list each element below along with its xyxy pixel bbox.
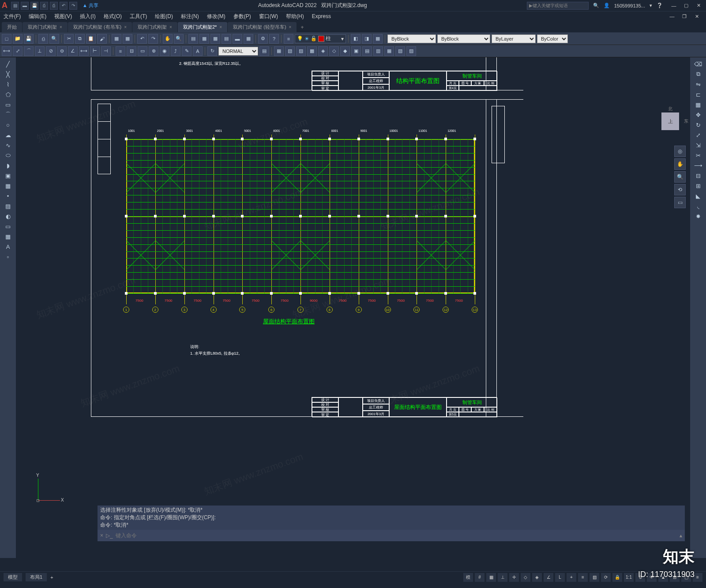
undo-icon[interactable]: ↶ [137,34,147,44]
dim-base-icon[interactable]: ⊢ [90,46,100,56]
dim-break-icon[interactable]: ⊟ [127,46,136,56]
dim-quick-icon[interactable]: ⟷ [79,46,89,56]
close-icon[interactable]: × [289,25,292,30]
fillet-icon[interactable]: ◟ [692,201,704,211]
layer-dropdown[interactable]: 💡 ☀ 🔓 柱 ▾ [295,34,346,43]
block-make-icon[interactable]: ▦ [2,181,14,191]
status-polar-icon[interactable]: ✛ [509,573,519,582]
nav-pan-icon[interactable]: ✋ [674,158,686,170]
break-icon[interactable]: ⊟ [692,171,704,180]
insert-icon[interactable]: ▣ [2,171,14,180]
zoom-icon[interactable]: 🔍 [174,34,184,44]
color-dropdown[interactable]: ByBlock [387,34,436,43]
doc-close-button[interactable]: ✕ [691,12,702,20]
menu-file[interactable]: 文件(F) [4,13,21,20]
close-button[interactable]: ✕ [693,2,704,10]
et10-icon[interactable]: ▥ [373,46,383,56]
close-icon[interactable]: × [60,25,62,30]
et7-icon[interactable]: ◆ [340,46,350,56]
preview-icon[interactable]: 🔍 [49,34,59,44]
qat-saveas-icon[interactable]: ⎙ [40,2,48,10]
menu-tools[interactable]: 工具(T) [130,13,147,20]
dc-icon[interactable]: ▦ [199,34,209,44]
search-icon[interactable]: 🔍 [593,3,599,8]
tol-icon[interactable]: ▭ [138,46,147,56]
tab-doc-1[interactable]: 双跨门式刚架× [23,22,68,32]
rect-icon[interactable]: ▭ [2,100,14,109]
dim-ang-icon[interactable]: ∠ [68,46,78,56]
menu-window[interactable]: 窗口(W) [259,13,278,20]
tab-start[interactable]: 开始 [2,22,22,32]
dimstyle-mgr-icon[interactable]: ▤ [259,46,269,56]
et13-icon[interactable]: ▨ [406,46,416,56]
arc-icon[interactable]: ⌒ [2,110,14,120]
doc-restore-button[interactable]: ❐ [679,12,690,20]
close-cmd-icon[interactable]: × [100,532,103,539]
dimstyle-dropdown[interactable]: NORMAL [218,47,258,56]
addsel-icon[interactable]: ▫ [2,252,14,262]
menu-param[interactable]: 参数(P) [233,13,251,20]
user-icon[interactable]: 👤 [604,3,610,8]
qat-plot-icon[interactable]: ⎙ [50,2,58,10]
tp-icon[interactable]: ▦ [210,34,220,44]
help2-icon[interactable]: ? [269,34,279,44]
layer-state-icon[interactable]: ▦ [373,34,383,44]
extend-icon[interactable]: ⟶ [692,161,704,170]
et1-icon[interactable]: ▦ [274,46,284,56]
qat-open-icon[interactable]: ▬ [21,2,29,10]
et9-icon[interactable]: ▤ [362,46,372,56]
hatch-icon[interactable]: ▨ [2,201,14,211]
dim-arc-icon[interactable]: ⌒ [24,46,34,56]
copy-icon[interactable]: ⧉ [75,34,85,44]
ellipse-icon[interactable]: ⬭ [2,150,14,160]
et6-icon[interactable]: ◇ [329,46,339,56]
et8-icon[interactable]: ▣ [351,46,361,56]
model-tab[interactable]: 模型 [4,573,22,581]
circle-icon[interactable]: ○ [2,120,14,130]
menu-format[interactable]: 格式(O) [104,13,122,20]
ws-icon[interactable]: ⚙ [258,34,268,44]
command-input[interactable] [116,532,677,539]
copy2-icon[interactable]: ⧉ [692,69,704,79]
status-trans-icon[interactable]: ▧ [590,573,599,582]
status-grid-icon[interactable]: # [475,573,484,582]
point-icon[interactable]: • [2,191,14,201]
status-cycle-icon[interactable]: ⟳ [601,573,611,582]
chamfer-icon[interactable]: ◣ [692,191,704,201]
doc-minimize-button[interactable]: — [666,12,678,20]
table-icon[interactable]: ▦ [2,232,14,241]
dim-linear-icon[interactable]: ⟷ [2,46,11,56]
et11-icon[interactable]: ▦ [384,46,394,56]
status-ortho-icon[interactable]: ⊥ [498,573,507,582]
dimupdate-icon[interactable]: ↻ [207,46,217,56]
dim-dia-icon[interactable]: ⊖ [57,46,67,56]
gradient-icon[interactable]: ◐ [2,211,14,221]
maximize-button[interactable]: ▢ [680,2,692,10]
add-layout-icon[interactable]: + [50,575,53,580]
explode-icon[interactable]: ✸ [692,211,704,221]
help-search-input[interactable]: ▶ 键入关键字或短语 [527,2,589,10]
mtext-icon[interactable]: A [2,242,14,251]
join-icon[interactable]: ⊞ [692,181,704,191]
layout-tab[interactable]: 布局1 [26,573,47,581]
qat-save-icon[interactable]: 💾 [30,2,38,10]
line-icon[interactable]: ╱ [2,59,14,69]
mark-icon[interactable]: ▬ [233,34,242,44]
cut-icon[interactable]: ✂ [64,34,74,44]
autodesk-app-icon[interactable]: ▾ [650,3,652,8]
menu-dimension[interactable]: 标注(N) [181,13,199,20]
qat-new-icon[interactable]: ▤ [11,2,19,10]
nav-wheel-icon[interactable]: ◎ [674,146,686,157]
block2-icon[interactable]: ▦ [123,34,132,44]
tab-doc-5[interactable]: 双跨门式刚架 (轻型吊车)× [228,22,297,32]
layer-manager-icon[interactable]: ≡ [284,34,293,44]
open-icon[interactable]: 📁 [13,34,23,44]
xline-icon[interactable]: ╳ [2,69,14,79]
tab-doc-2[interactable]: 双跨门式刚架 (有吊车)× [68,22,132,32]
status-osnap-icon[interactable]: ◇ [521,573,530,582]
lineweight-dropdown[interactable]: ByLayer [492,34,536,43]
pline-icon[interactable]: ⌇ [2,79,14,89]
close-icon[interactable]: × [219,25,222,30]
tab-doc-3[interactable]: 双跨门式刚架× [132,22,177,32]
match-icon[interactable]: 🖌 [97,34,107,44]
